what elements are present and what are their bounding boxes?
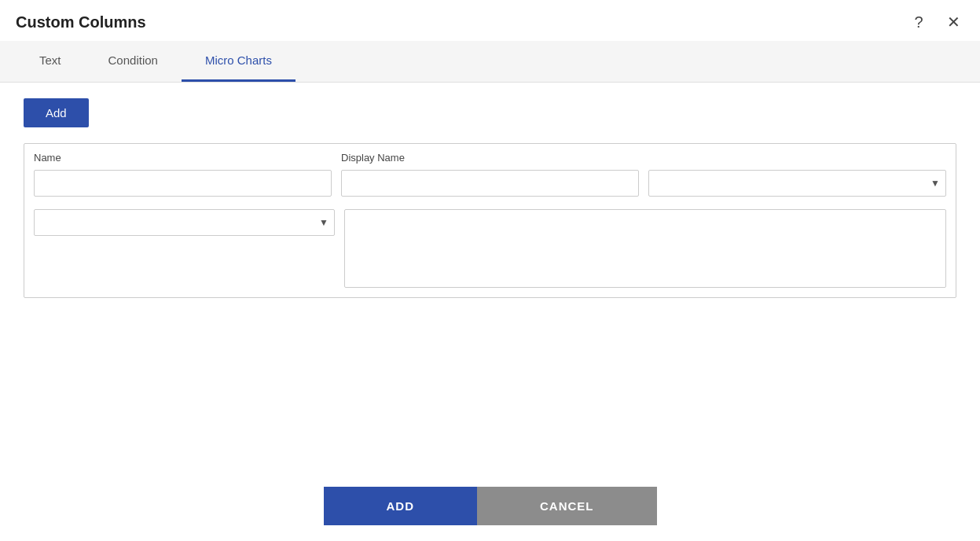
add-row-button[interactable]: Add	[24, 98, 89, 127]
dialog-content: Add Name Display Name ▼	[0, 83, 980, 314]
header-icons: ? ✕	[908, 11, 964, 33]
table-container: Name Display Name ▼	[24, 143, 956, 298]
help-button[interactable]: ?	[908, 11, 930, 33]
table-row-inputs: ▼	[24, 170, 956, 203]
col-header-empty	[648, 152, 946, 164]
tab-condition[interactable]: Condition	[85, 41, 182, 82]
dropdown2-wrapper: ▼	[34, 209, 335, 236]
footer-cancel-button[interactable]: CANCEL	[477, 487, 657, 525]
tab-micro-charts[interactable]: Micro Charts	[182, 41, 295, 82]
dropdown2-select[interactable]	[34, 209, 335, 236]
col-header-name: Name	[34, 152, 332, 164]
dialog-title: Custom Columns	[16, 13, 146, 31]
display-name-input[interactable]	[341, 170, 639, 197]
close-button[interactable]: ✕	[942, 11, 964, 33]
dropdown1-select[interactable]	[648, 170, 946, 197]
table-header: Name Display Name	[24, 144, 956, 170]
table-row-second: ▼	[24, 203, 956, 297]
dialog-header: Custom Columns ? ✕	[0, 0, 980, 41]
dropdown1-wrapper: ▼	[648, 170, 946, 197]
col-header-display-name: Display Name	[341, 152, 639, 164]
footer-add-button[interactable]: ADD	[324, 487, 478, 525]
expression-textarea[interactable]	[344, 209, 946, 288]
tab-text[interactable]: Text	[16, 41, 85, 82]
tabs-container: Text Condition Micro Charts	[0, 41, 980, 83]
custom-columns-dialog: Custom Columns ? ✕ Text Condition Micro …	[0, 0, 980, 541]
dialog-footer: ADD CANCEL	[0, 471, 980, 541]
name-input[interactable]	[34, 170, 332, 197]
